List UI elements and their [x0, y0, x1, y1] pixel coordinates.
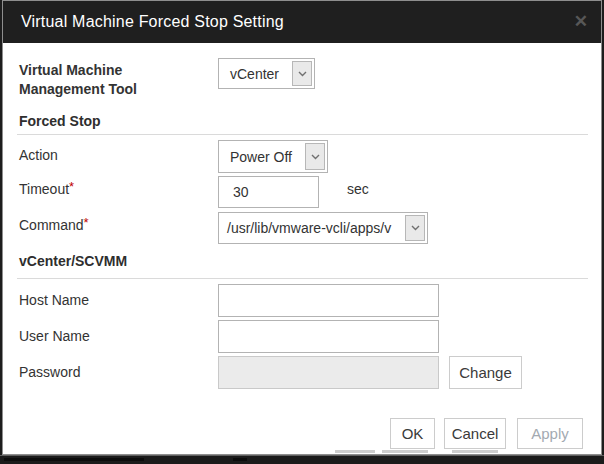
- timeout-input[interactable]: [218, 176, 319, 208]
- action-select[interactable]: Power Off: [218, 140, 328, 173]
- command-select[interactable]: /usr/lib/vmware-vcli/apps/v: [218, 212, 428, 244]
- chevron-down-icon: [292, 61, 312, 86]
- action-value: Power Off: [219, 141, 303, 172]
- section-divider: [17, 278, 588, 279]
- password-input: [218, 356, 439, 389]
- vcenter-scvmm-section-header: vCenter/SCVMM: [19, 253, 127, 269]
- dialog-title: Virtual Machine Forced Stop Setting: [21, 1, 284, 43]
- background-page-edge: [0, 455, 604, 464]
- ok-button[interactable]: OK: [390, 418, 435, 449]
- vm-management-tool-label: Virtual Machine Management Tool: [19, 61, 164, 99]
- command-value: /usr/lib/vmware-vcli/apps/v: [219, 213, 403, 243]
- section-divider: [17, 134, 588, 135]
- required-mark: *: [84, 215, 89, 230]
- apply-button[interactable]: Apply: [517, 418, 583, 449]
- chevron-down-icon: [305, 143, 325, 170]
- forced-stop-dialog: Virtual Machine Forced Stop Setting ✕ Vi…: [2, 0, 602, 455]
- host-name-input[interactable]: [218, 284, 439, 317]
- action-label: Action: [19, 147, 58, 163]
- password-label: Password: [19, 364, 80, 380]
- command-label: Command*: [19, 217, 89, 233]
- vm-management-tool-value: vCenter: [219, 59, 290, 88]
- dialog-titlebar: Virtual Machine Forced Stop Setting ✕: [3, 1, 601, 43]
- background-page-remnant: [4, 458, 144, 461]
- user-name-input[interactable]: [218, 320, 439, 353]
- background-page-artifact: [382, 450, 428, 453]
- timeout-unit-label: sec: [347, 181, 369, 197]
- user-name-label: User Name: [19, 328, 90, 344]
- forced-stop-section-header: Forced Stop: [19, 113, 101, 129]
- cancel-button[interactable]: Cancel: [444, 418, 506, 449]
- host-name-label: Host Name: [19, 292, 89, 308]
- background-page-artifact: [335, 450, 375, 453]
- required-mark: *: [69, 179, 74, 194]
- chevron-down-icon: [405, 215, 425, 241]
- screen-background: Virtual Machine Forced Stop Setting ✕ Vi…: [0, 0, 604, 464]
- close-icon[interactable]: ✕: [574, 1, 588, 43]
- change-password-button[interactable]: Change: [449, 356, 522, 389]
- timeout-label: Timeout*: [19, 181, 74, 197]
- vm-management-tool-select[interactable]: vCenter: [218, 58, 315, 89]
- background-page-artifact: [452, 450, 498, 453]
- background-page-remnant: [233, 458, 247, 461]
